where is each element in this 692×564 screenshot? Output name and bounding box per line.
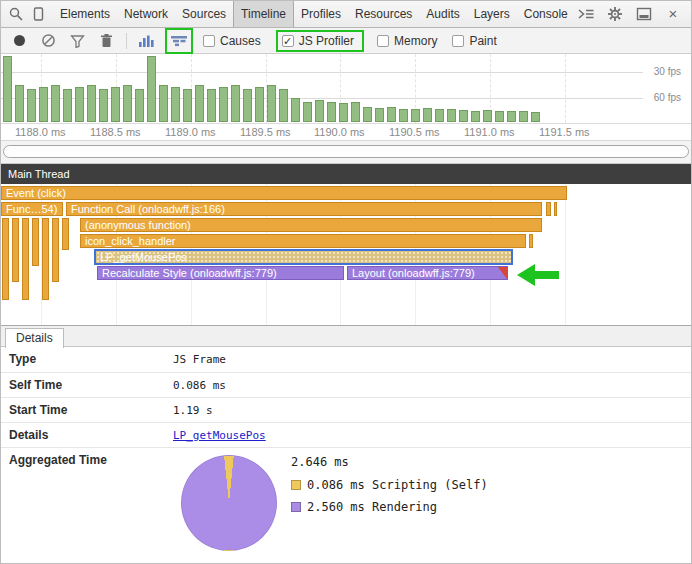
details-function-link[interactable]: LP_getMousePos bbox=[173, 429, 266, 442]
flame-minor-bar[interactable] bbox=[62, 218, 69, 250]
frame-bar[interactable] bbox=[495, 111, 504, 122]
checkbox-box[interactable] bbox=[377, 35, 389, 47]
legend-item-2-560-ms-rendering: 2.560 ms Rendering bbox=[291, 500, 437, 514]
frame-bar[interactable] bbox=[375, 108, 384, 122]
flame-minor-bar[interactable] bbox=[12, 218, 19, 282]
overview-scrollbar[interactable] bbox=[1, 141, 691, 164]
flame-bar-recalculate-style-onloadwff-js-779[interactable]: Recalculate Style (onloadwff.js:779) bbox=[97, 266, 344, 280]
frame-bar[interactable] bbox=[519, 111, 528, 122]
flame-minor-bar[interactable] bbox=[2, 218, 9, 300]
frame-bar[interactable] bbox=[219, 87, 228, 122]
frames-overview[interactable]: 30 fps60 fps bbox=[1, 54, 691, 124]
frame-bar[interactable] bbox=[315, 100, 324, 122]
filter-icon[interactable] bbox=[67, 31, 87, 51]
frame-bar[interactable] bbox=[279, 89, 288, 122]
flame-bar[interactable] bbox=[529, 234, 533, 248]
frame-bar[interactable] bbox=[363, 107, 372, 122]
frame-bar[interactable] bbox=[423, 108, 432, 122]
tab-resources[interactable]: Resources bbox=[348, 1, 419, 27]
frame-bar[interactable] bbox=[207, 89, 216, 122]
frame-bar[interactable] bbox=[471, 111, 480, 122]
garbage-collect-icon[interactable] bbox=[96, 31, 116, 51]
flame-bar[interactable] bbox=[554, 202, 557, 216]
tab-elements[interactable]: Elements bbox=[53, 1, 117, 27]
flame-bar-layout-onloadwff-js-779[interactable]: Layout (onloadwff.js:779) bbox=[347, 266, 508, 280]
frame-bar[interactable] bbox=[111, 87, 120, 122]
checkbox-box[interactable] bbox=[203, 35, 215, 47]
flame-chart[interactable]: Event (click)Func…54)Function Call (onlo… bbox=[1, 184, 691, 325]
frame-bar[interactable] bbox=[459, 110, 468, 122]
frame-bar[interactable] bbox=[483, 110, 492, 122]
frame-bar[interactable] bbox=[435, 109, 444, 122]
frame-bar[interactable] bbox=[159, 85, 168, 122]
inspect-element-icon[interactable] bbox=[5, 3, 27, 25]
frame-bar[interactable] bbox=[3, 56, 12, 122]
tab-profiles[interactable]: Profiles bbox=[294, 1, 348, 27]
tab-sources[interactable]: Sources bbox=[175, 1, 233, 27]
frame-bar[interactable] bbox=[291, 98, 300, 122]
frame-bar[interactable] bbox=[75, 87, 84, 122]
checkbox-box[interactable]: ✓ bbox=[282, 35, 294, 47]
flame-bar-label: icon_click_handler bbox=[81, 235, 176, 247]
tab-console[interactable]: Console bbox=[517, 1, 575, 27]
tab-network[interactable]: Network bbox=[117, 1, 175, 27]
tab-details[interactable]: Details bbox=[5, 328, 64, 348]
frame-bar[interactable] bbox=[327, 102, 336, 122]
flame-bar-event-click[interactable]: Event (click) bbox=[1, 186, 567, 200]
counters-icon[interactable] bbox=[136, 31, 156, 51]
record-button[interactable] bbox=[9, 31, 29, 51]
frame-bar[interactable] bbox=[243, 89, 252, 122]
flame-chart-toggle-icon[interactable] bbox=[169, 31, 189, 51]
frame-bar[interactable] bbox=[387, 107, 396, 122]
device-mode-icon[interactable] bbox=[27, 3, 49, 25]
flame-bar-anonymous-function[interactable]: (anonymous function) bbox=[80, 218, 542, 232]
frame-bar[interactable] bbox=[411, 109, 420, 122]
frame-bar[interactable] bbox=[39, 87, 48, 122]
tab-audits[interactable]: Audits bbox=[419, 1, 466, 27]
flame-bar[interactable] bbox=[546, 202, 551, 216]
overview-scrollbar-thumb[interactable] bbox=[3, 145, 689, 158]
flame-bar-function-call-onloadwff-js-166[interactable]: Function Call (onloadwff.js:166) bbox=[66, 202, 542, 216]
checkbox-memory[interactable]: Memory bbox=[377, 34, 437, 48]
frame-bar[interactable] bbox=[447, 109, 456, 122]
frame-bar[interactable] bbox=[87, 85, 96, 122]
flame-minor-bar[interactable] bbox=[22, 218, 29, 300]
frame-bar[interactable] bbox=[531, 112, 540, 122]
frame-bar[interactable] bbox=[99, 89, 108, 122]
frame-bar[interactable] bbox=[255, 87, 264, 122]
frame-bar[interactable] bbox=[351, 102, 360, 122]
checkbox-box[interactable] bbox=[452, 35, 464, 47]
frame-bar[interactable] bbox=[399, 109, 408, 122]
frame-bar[interactable] bbox=[171, 87, 180, 122]
frame-bar[interactable] bbox=[63, 89, 72, 122]
tab-timeline[interactable]: Timeline bbox=[233, 1, 294, 27]
dock-side-icon[interactable] bbox=[633, 3, 655, 25]
settings-gear-icon[interactable] bbox=[604, 3, 626, 25]
flame-minor-bar[interactable] bbox=[52, 218, 59, 282]
frame-bar[interactable] bbox=[267, 85, 276, 122]
frame-bar[interactable] bbox=[123, 85, 132, 122]
checkbox-paint[interactable]: Paint bbox=[452, 34, 496, 48]
close-devtools-icon[interactable]: × bbox=[662, 3, 684, 25]
frame-bar[interactable] bbox=[231, 85, 240, 122]
frame-bar[interactable] bbox=[135, 89, 144, 122]
checkbox-js-profiler[interactable]: ✓JS Profiler bbox=[276, 30, 364, 52]
flame-minor-bar[interactable] bbox=[32, 218, 39, 266]
tab-layers[interactable]: Layers bbox=[467, 1, 517, 27]
frame-bar[interactable] bbox=[195, 85, 204, 122]
flame-bar-icon-click-handler[interactable]: icon_click_handler bbox=[80, 234, 526, 248]
frame-bar[interactable] bbox=[183, 89, 192, 122]
frame-bar[interactable] bbox=[147, 56, 156, 122]
frame-bar[interactable] bbox=[27, 89, 36, 122]
flame-minor-bar[interactable] bbox=[42, 218, 49, 300]
frame-bar[interactable] bbox=[339, 103, 348, 122]
console-drawer-icon[interactable] bbox=[575, 3, 597, 25]
flame-bar-lp-getmousepos[interactable]: LP_getMousePos bbox=[95, 250, 512, 264]
frame-bar[interactable] bbox=[15, 85, 24, 122]
checkbox-causes[interactable]: Causes bbox=[203, 34, 261, 48]
frame-bar[interactable] bbox=[507, 111, 516, 122]
flame-bar-func-54[interactable]: Func…54) bbox=[1, 202, 63, 216]
frame-bar[interactable] bbox=[303, 102, 312, 122]
frame-bar[interactable] bbox=[51, 85, 60, 122]
clear-button[interactable] bbox=[38, 31, 58, 51]
